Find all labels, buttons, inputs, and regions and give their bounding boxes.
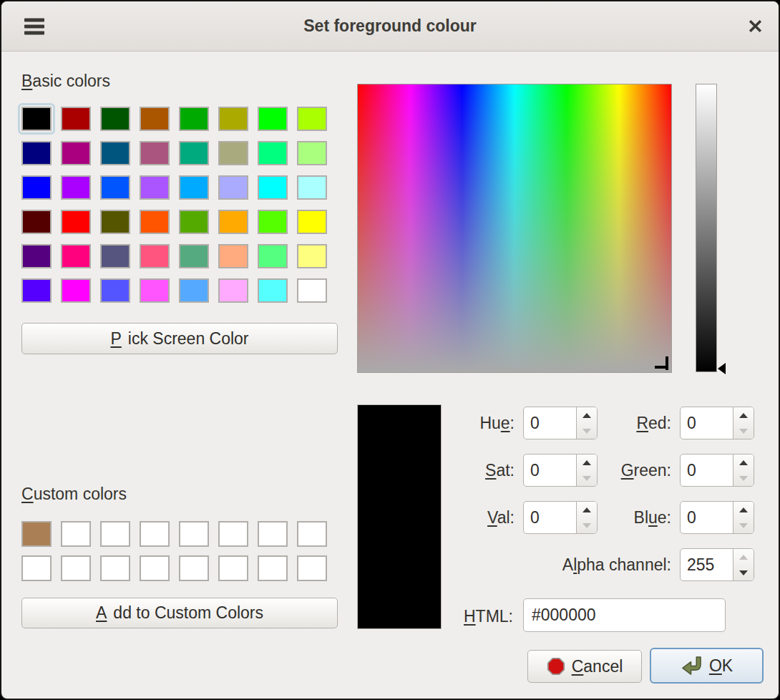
green-spinbox: [680, 454, 754, 487]
color-swatch[interactable]: [218, 210, 248, 234]
red-spin-down-icon[interactable]: [733, 423, 754, 439]
color-swatch[interactable]: [100, 555, 130, 581]
color-swatch[interactable]: [61, 210, 91, 234]
blue-spin-buttons: [733, 502, 754, 533]
basic-colors-grid: [21, 107, 327, 303]
color-swatch[interactable]: [140, 521, 170, 547]
color-swatch[interactable]: [21, 175, 52, 200]
color-swatch[interactable]: [258, 175, 288, 200]
color-swatch[interactable]: [297, 244, 327, 268]
color-swatch[interactable]: [21, 278, 52, 303]
blue-input[interactable]: [681, 502, 733, 533]
color-swatch[interactable]: [21, 555, 52, 581]
color-swatch[interactable]: [258, 210, 288, 234]
blue-label: Blue:: [459, 501, 671, 534]
color-swatch[interactable]: [218, 278, 248, 303]
color-swatch[interactable]: [100, 278, 130, 303]
color-swatch[interactable]: [140, 141, 170, 165]
return-arrow-icon: [681, 656, 703, 676]
color-swatch[interactable]: [100, 210, 130, 234]
custom-colors-grid: [21, 521, 327, 581]
color-swatch[interactable]: [297, 521, 327, 547]
value-slider-handle-icon[interactable]: [718, 363, 726, 374]
html-color-input[interactable]: [523, 598, 726, 632]
color-swatch[interactable]: [258, 107, 288, 131]
color-swatch[interactable]: [21, 107, 52, 131]
red-spinbox: [680, 407, 754, 439]
ok-button[interactable]: OK: [650, 648, 764, 684]
color-swatch[interactable]: [258, 555, 288, 581]
color-swatch[interactable]: [61, 107, 91, 131]
cancel-button[interactable]: Cancel: [527, 650, 642, 683]
color-swatch[interactable]: [179, 244, 209, 268]
color-swatch[interactable]: [258, 521, 288, 547]
color-swatch[interactable]: [218, 521, 248, 547]
close-icon[interactable]: [748, 1, 763, 51]
color-swatch[interactable]: [61, 521, 91, 547]
alpha-input[interactable]: [681, 549, 733, 580]
color-swatch[interactable]: [140, 555, 170, 581]
green-spin-up-icon[interactable]: [733, 454, 754, 470]
color-swatch[interactable]: [218, 175, 248, 200]
cancel-button-label: Cancel: [572, 657, 623, 676]
color-swatch[interactable]: [218, 555, 248, 581]
color-swatch[interactable]: [218, 244, 248, 268]
ok-button-label: OK: [709, 656, 733, 676]
color-swatch[interactable]: [218, 107, 248, 131]
color-swatch[interactable]: [61, 278, 91, 303]
blue-spin-up-icon[interactable]: [733, 502, 754, 517]
color-swatch[interactable]: [297, 141, 327, 165]
color-swatch[interactable]: [218, 141, 248, 165]
color-swatch[interactable]: [140, 278, 170, 303]
green-input[interactable]: [681, 454, 733, 486]
color-swatch[interactable]: [140, 210, 170, 234]
alpha-spin-up-icon[interactable]: [733, 549, 754, 565]
color-swatch[interactable]: [297, 175, 327, 200]
add-to-custom-colors-button[interactable]: Add to Custom Colors: [21, 598, 338, 628]
alpha-spin-buttons: [733, 549, 754, 580]
green-spin-down-icon[interactable]: [733, 470, 754, 486]
color-swatch[interactable]: [61, 244, 91, 268]
color-swatch[interactable]: [179, 175, 209, 200]
color-swatch[interactable]: [61, 555, 91, 581]
color-swatch[interactable]: [179, 107, 209, 131]
color-swatch[interactable]: [297, 555, 327, 581]
color-swatch[interactable]: [140, 107, 170, 131]
color-swatch[interactable]: [100, 244, 130, 268]
red-input[interactable]: [681, 407, 733, 439]
color-swatch[interactable]: [140, 175, 170, 200]
color-swatch[interactable]: [179, 278, 209, 303]
color-swatch[interactable]: [179, 210, 209, 234]
color-swatch[interactable]: [258, 244, 288, 268]
color-swatch[interactable]: [100, 175, 130, 200]
red-spin-up-icon[interactable]: [733, 407, 754, 423]
color-swatch[interactable]: [61, 141, 91, 165]
alpha-spin-down-icon[interactable]: [733, 565, 754, 580]
color-swatch[interactable]: [21, 210, 52, 234]
color-swatch[interactable]: [258, 141, 288, 165]
color-swatch[interactable]: [100, 107, 130, 131]
color-swatch[interactable]: [21, 141, 52, 165]
color-swatch[interactable]: [140, 244, 170, 268]
pick-screen-color-button[interactable]: Pick Screen Color: [21, 323, 338, 354]
color-swatch[interactable]: [21, 521, 52, 547]
color-swatch[interactable]: [179, 555, 209, 581]
color-swatch[interactable]: [297, 278, 327, 303]
green-label: Green:: [459, 454, 671, 487]
color-swatch[interactable]: [21, 244, 52, 268]
color-swatch[interactable]: [297, 210, 327, 234]
picker-cursor-icon: [655, 366, 668, 369]
color-swatch[interactable]: [258, 278, 288, 303]
color-swatch[interactable]: [179, 141, 209, 165]
alpha-channel-label: Alpha channel:: [388, 548, 671, 581]
color-swatch[interactable]: [179, 521, 209, 547]
window-title: Set foreground colour: [1, 1, 779, 51]
color-swatch[interactable]: [100, 521, 130, 547]
hue-saturation-picker[interactable]: [357, 84, 672, 373]
value-slider[interactable]: [696, 84, 717, 372]
color-swatch[interactable]: [100, 141, 130, 165]
color-swatch[interactable]: [297, 107, 327, 131]
blue-spin-down-icon[interactable]: [733, 517, 754, 533]
color-swatch[interactable]: [61, 175, 91, 200]
custom-colors-label: Custom colors: [21, 485, 127, 504]
